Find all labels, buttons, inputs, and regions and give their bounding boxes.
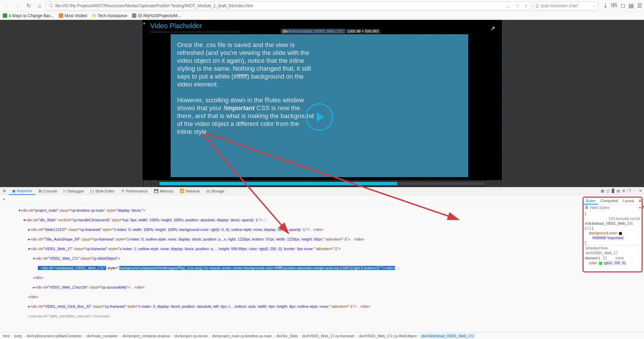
play-icon[interactable] — [306, 103, 333, 131]
folder-icon: 📁 — [92, 13, 96, 18]
menu-icon[interactable]: ☰ — [637, 2, 642, 9]
dock-left-icon[interactable]: ▉ — [612, 189, 614, 193]
forward-button[interactable]: → — [13, 1, 22, 10]
search-box[interactable]: Q ipad resolution chart → — [533, 1, 598, 10]
bookmark-item[interactable]: 4 Ways to Change Bac... — [3, 13, 54, 18]
search-icon: Q — [535, 3, 539, 8]
expand-handle-icon[interactable]: » — [143, 21, 146, 26]
rule-source[interactable]: CPLibraryAll.css:63 — [585, 216, 640, 221]
rules-tabs: Rules Computed Layout A — [584, 198, 642, 204]
breadcrumb[interactable]: html› body› div#cpDocument.cpMainContain… — [0, 332, 644, 339]
url-text: file:///D:/My Projects/MIOT/Resources/Me… — [55, 3, 253, 8]
tab-console[interactable]: ▤ Console — [35, 188, 60, 194]
toggle-classes-icon[interactable]: ⇅ — [642, 205, 644, 210]
home-button[interactable]: ⌂ — [35, 1, 44, 10]
tab-more[interactable]: A — [636, 198, 644, 204]
rewind-button[interactable] — [144, 181, 150, 186]
bookmark-item[interactable]: 📁Tech Assistance — [92, 13, 127, 18]
tooltip-selector: div#clicktoload_VID01_Web_17c — [288, 29, 343, 33]
tab-layout[interactable]: Layout — [620, 198, 636, 204]
back-button[interactable]: ← — [2, 1, 11, 10]
ellipsis-icon[interactable]: ⋯ — [633, 189, 637, 193]
close-icon[interactable]: ✕ — [639, 189, 642, 193]
progress-track[interactable] — [159, 182, 485, 185]
popout-icon[interactable]: ↗ — [490, 25, 495, 32]
video-placeholder[interactable]: divdiv#clicktoload_VID01_Web_17c 1065.98… — [171, 34, 468, 177]
library-icon[interactable]: III\ — [611, 2, 617, 9]
browser-toolbar: ← → ↻ ⌂ ⓘ file:///D:/My Projects/MIOT/Re… — [0, 0, 644, 12]
iframe-picker-icon[interactable]: ▦ — [601, 189, 604, 193]
inspect-picker-icon[interactable]: ⧉ — [0, 188, 9, 194]
download-icon[interactable]: ⇣ — [603, 2, 608, 9]
rules-panel: Rules Computed Layout A ☰ + ⇅ } CPLibrar… — [583, 197, 643, 272]
containers-icon[interactable]: ▤ — [629, 2, 634, 9]
add-rule-icon[interactable]: + — [639, 206, 641, 210]
toolbar-right: ⇣ III\ ◻ ▤ ☰ — [603, 2, 642, 9]
info-icon: ⓘ — [49, 3, 53, 9]
inspector-tooltip: divdiv#clicktoload_VID01_Web_17c 1065.98… — [281, 28, 381, 34]
devtools-right-buttons: ▦ ◫ ▉ ▤ ⚙ ❐ ⋯ ✕ — [601, 189, 644, 193]
paragraph: Once the .css file is saved and the view… — [177, 41, 311, 88]
search-text: ipad resolution chart — [541, 3, 578, 8]
filter-styles-input[interactable] — [590, 206, 637, 210]
play-button[interactable] — [152, 181, 157, 186]
page-viewport: » ↗ Video Placholder divdiv#clicktoload_… — [0, 20, 644, 187]
bookmark-label: /D:/My%20Projects/M... — [138, 13, 181, 18]
bookmark-label: Most Visited — [65, 13, 87, 18]
reload-button[interactable]: ↻ — [24, 1, 33, 10]
tab-performance[interactable]: ⏱ Performance — [118, 188, 151, 194]
favicon-icon — [3, 13, 7, 18]
reader-icon[interactable]: ♡ — [516, 3, 519, 8]
search-go-icon[interactable]: → — [592, 3, 596, 8]
devtools-tabs: ⧉ ▣ Inspector ▤ Console ▷ Debugger { } S… — [0, 187, 644, 195]
separate-window-icon[interactable]: ❐ — [628, 189, 631, 193]
captivate-stage: » ↗ Video Placholder divdiv#clicktoload_… — [142, 20, 502, 187]
responsive-icon[interactable]: ◫ — [606, 189, 610, 193]
devtools-panel: ⧉ ▣ Inspector ▤ Console ▷ Debugger { } S… — [0, 187, 644, 339]
bookmark-item[interactable]: Most Visited — [59, 13, 87, 18]
tab-storage[interactable]: 🗃 Storage — [203, 188, 228, 194]
rule-block[interactable]: } CPLibraryAll.css:63 #clicktoload_VID01… — [584, 211, 642, 271]
tab-style-editor[interactable]: { } Style Editor — [87, 188, 118, 194]
inherited-label: Inherited from div#VID01_Web_17 — [585, 245, 640, 256]
tab-rules[interactable]: Rules — [584, 198, 598, 204]
favicon-icon — [59, 13, 63, 18]
slide-title: Video Placholder — [150, 22, 240, 32]
tab-inspector[interactable]: ▣ Inspector — [9, 188, 35, 195]
captivate-playbar — [142, 180, 502, 187]
bookmarks-bar: 4 Ways to Change Bac... Most Visited 📁Te… — [0, 12, 644, 20]
url-bar[interactable]: ⓘ file:///D:/My Projects/MIOT/Resources/… — [46, 1, 531, 10]
tab-debugger[interactable]: ▷ Debugger — [60, 188, 87, 194]
bookmark-item[interactable]: /D:/My%20Projects/M... — [132, 13, 181, 18]
favicon-icon — [132, 13, 136, 18]
filter-icon: ☰ — [585, 205, 588, 210]
cc-button[interactable] — [495, 181, 500, 186]
tab-memory[interactable]: 💾 Memory — [151, 188, 177, 194]
html-source[interactable]: ▾<div id="project_main" class="cp-timeli… — [0, 203, 644, 332]
mute-button[interactable] — [487, 181, 493, 186]
tab-network[interactable]: 📶 Network — [177, 188, 203, 194]
dock-bottom-icon[interactable]: ▤ — [617, 189, 620, 193]
bookmark-star-icon[interactable]: ☆ — [524, 3, 528, 8]
html-tree-panel: + ✎ ▾<div id="project_main" class="cp-ti… — [0, 195, 644, 332]
tooltip-dims: 1065.98 × 599.883 — [345, 29, 381, 34]
add-element-icon[interactable]: + — [1, 196, 7, 202]
tab-computed[interactable]: Computed — [598, 198, 620, 204]
settings-icon[interactable]: ⚙ — [622, 189, 625, 193]
bookmark-label: 4 Ways to Change Bac... — [9, 13, 54, 18]
emphasis: !important — [223, 104, 255, 112]
more-icon[interactable]: … — [507, 3, 511, 8]
sidebar-icon[interactable]: ◻ — [621, 2, 625, 9]
bookmark-label: Tech Assistance — [98, 13, 127, 18]
slide-body-text: Once the .css file is saved and the view… — [177, 41, 315, 136]
